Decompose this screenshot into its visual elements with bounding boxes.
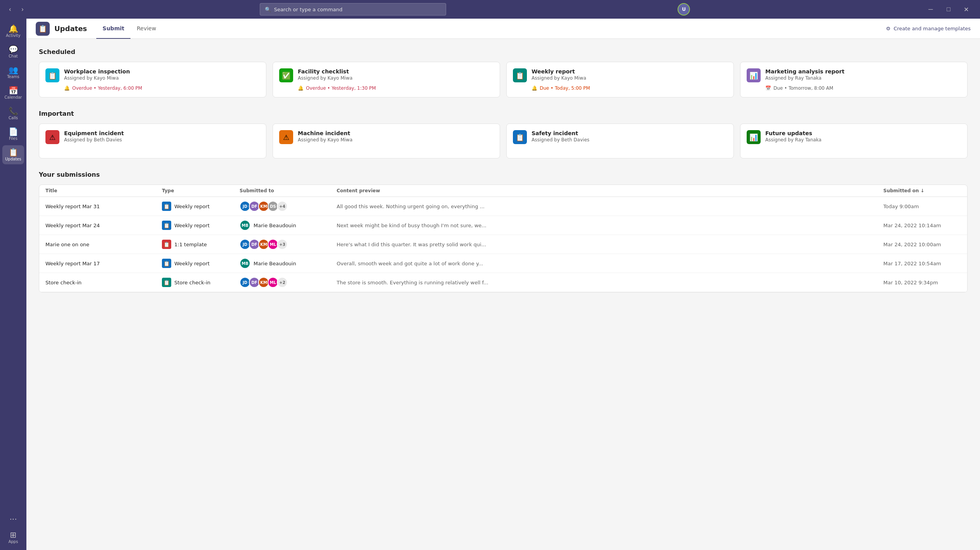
tab-review[interactable]: Review (130, 19, 162, 39)
sidebar-item-label: Apps (9, 540, 18, 544)
forward-button[interactable]: › (17, 4, 28, 15)
calendar-icon: 📅 (9, 87, 18, 94)
files-icon: 📄 (9, 128, 18, 136)
sidebar-item-more[interactable]: ··· (2, 512, 24, 526)
search-bar[interactable]: 🔍 Search or type a command (260, 3, 446, 16)
create-manage-link[interactable]: ⚙ Create and manage templates (886, 26, 971, 31)
maximize-button[interactable]: □ (940, 0, 957, 19)
card-subtitle: Assigned by Kayo Miwa (298, 137, 493, 143)
col-submitted-on[interactable]: Submitted on ↓ (883, 188, 961, 193)
row-type: 📋 Weekly report (162, 202, 240, 211)
sidebar-item-apps[interactable]: ⊞ Apps (2, 528, 24, 547)
card-status: 🔔 Overdue • Yesterday, 1:30 PM (279, 85, 493, 91)
sidebar-item-label: Teams (7, 75, 19, 79)
row-submitted-on: Mar 24, 2022 10:00am (883, 242, 961, 247)
sidebar-item-teams[interactable]: 👥 Teams (2, 63, 24, 82)
close-button[interactable]: ✕ (957, 0, 975, 19)
card-header: 📋 Safety incident Assigned by Beth Davie… (513, 130, 727, 144)
col-title: Title (45, 188, 162, 193)
sidebar-item-chat[interactable]: 💬 Chat (2, 42, 24, 61)
row-type: 📋 Weekly report (162, 259, 240, 268)
more-icon: ··· (9, 515, 17, 523)
col-submitted-to: Submitted to (240, 188, 337, 193)
calls-icon: 📞 (9, 107, 18, 115)
sidebar-item-activity[interactable]: 🔔 Activity (2, 22, 24, 41)
table-row[interactable]: Store check-in 📋 Store check-in JD DF KM… (39, 273, 967, 292)
row-title: Weekly report Mar 31 (45, 204, 162, 209)
row-type: 📋 1:1 template (162, 240, 240, 249)
card-status: 📅 Due • Tomorrow, 8:00 AM (747, 85, 961, 91)
app-title: Updates (54, 24, 87, 33)
apps-icon: ⊞ (10, 531, 17, 539)
app-header: 📋 Updates Submit Review ⚙ Create and man… (26, 19, 980, 39)
row-title: Store check-in (45, 280, 162, 285)
scheduled-cards: 📋 Workplace inspection Assigned by Kayo … (39, 62, 968, 97)
row-title: Weekly report Mar 17 (45, 261, 162, 266)
calendar-icon: 📅 (765, 85, 771, 91)
overdue-icon: 🔔 (298, 85, 304, 91)
card-equipment-incident[interactable]: ⚠ Equipment incident Assigned by Beth Da… (39, 124, 266, 158)
updates-app-icon: 📋 (38, 24, 47, 33)
content-area: 📋 Updates Submit Review ⚙ Create and man… (26, 19, 980, 550)
avatar: MB (240, 258, 250, 269)
important-title: Important (39, 110, 968, 117)
avatar-count: +4 (277, 201, 288, 212)
row-avatars: JD DF KM ML +3 (240, 239, 337, 250)
card-workplace-inspection[interactable]: 📋 Workplace inspection Assigned by Kayo … (39, 62, 266, 97)
col-title-label: Title (45, 188, 57, 193)
card-safety-incident[interactable]: 📋 Safety incident Assigned by Beth Davie… (506, 124, 734, 158)
card-marketing-analysis[interactable]: 📊 Marketing analysis report Assigned by … (740, 62, 968, 97)
search-icon: 🔍 (265, 7, 271, 12)
title-bar: ‹ › 🔍 Search or type a command U ─ □ ✕ (0, 0, 980, 19)
sidebar-item-label: Updates (5, 157, 21, 161)
col-preview-label: Content preview (337, 188, 380, 193)
row-avatars: JD DF KM ML +2 (240, 277, 337, 288)
important-cards: ⚠ Equipment incident Assigned by Beth Da… (39, 124, 968, 158)
card-subtitle: Assigned by Beth Davies (532, 137, 727, 143)
col-submitted-to-label: Submitted to (240, 188, 274, 193)
marketing-icon: 📊 (747, 68, 761, 82)
submissions-section: Your submissions Title Type Submitted to (39, 171, 968, 292)
card-facility-checklist[interactable]: ✅ Facility checklist Assigned by Kayo Mi… (273, 62, 500, 97)
sidebar-item-calendar[interactable]: 📅 Calendar (2, 84, 24, 103)
back-button[interactable]: ‹ (5, 4, 16, 15)
table-row[interactable]: Marie one on one 📋 1:1 template JD DF KM… (39, 235, 967, 254)
table-row[interactable]: Weekly report Mar 17 📋 Weekly report MB … (39, 254, 967, 273)
row-submitted-on: Today 9:00am (883, 204, 961, 209)
col-submitted-on-label: Submitted on (883, 188, 919, 193)
sidebar: 🔔 Activity 💬 Chat 👥 Teams 📅 Calendar 📞 C… (0, 19, 26, 550)
card-weekly-report[interactable]: 📋 Weekly report Assigned by Kayo Miwa 🔔 … (506, 62, 734, 97)
sidebar-item-label: Activity (6, 33, 20, 38)
type-icon: 📋 (162, 221, 171, 230)
card-subtitle: Assigned by Ray Tanaka (765, 75, 961, 81)
row-preview: Here's what I did this quarter. It was p… (337, 242, 883, 247)
sidebar-item-updates[interactable]: 📋 Updates (2, 145, 24, 164)
type-label: Store check-in (174, 280, 210, 285)
table-row[interactable]: Weekly report Mar 31 📋 Weekly report JD … (39, 197, 967, 216)
card-title: Future updates (765, 130, 961, 136)
row-avatars: JD DF KM DS +4 (240, 201, 337, 212)
sidebar-item-calls[interactable]: 📞 Calls (2, 104, 24, 123)
sort-icon: ↓ (921, 188, 924, 193)
sidebar-item-label: Files (9, 136, 17, 141)
card-info: Marketing analysis report Assigned by Ra… (765, 68, 961, 81)
due-icon: 🔔 (532, 85, 537, 91)
col-content-preview: Content preview (337, 188, 883, 193)
card-subtitle: Assigned by Kayo Miwa (64, 75, 260, 81)
table-row[interactable]: Weekly report Mar 24 📋 Weekly report MB … (39, 216, 967, 235)
type-label: 1:1 template (174, 242, 207, 247)
card-info: Future updates Assigned by Ray Tanaka (765, 130, 961, 143)
type-label: Weekly report (174, 261, 210, 266)
status-text: Due • Today, 5:00 PM (540, 85, 590, 91)
row-preview: All good this week. Nothing urgent going… (337, 204, 883, 209)
row-preview: The store is smooth. Everything is runni… (337, 280, 883, 285)
sidebar-item-files[interactable]: 📄 Files (2, 125, 24, 144)
card-future-updates[interactable]: 📊 Future updates Assigned by Ray Tanaka (740, 124, 968, 158)
card-header: ✅ Facility checklist Assigned by Kayo Mi… (279, 68, 493, 82)
minimize-button[interactable]: ─ (922, 0, 940, 19)
row-type: 📋 Store check-in (162, 278, 240, 287)
user-avatar[interactable]: U (678, 3, 690, 16)
tab-submit[interactable]: Submit (96, 19, 130, 39)
type-icon: 📋 (162, 278, 171, 287)
card-machine-incident[interactable]: ⚠ Machine incident Assigned by Kayo Miwa (273, 124, 500, 158)
